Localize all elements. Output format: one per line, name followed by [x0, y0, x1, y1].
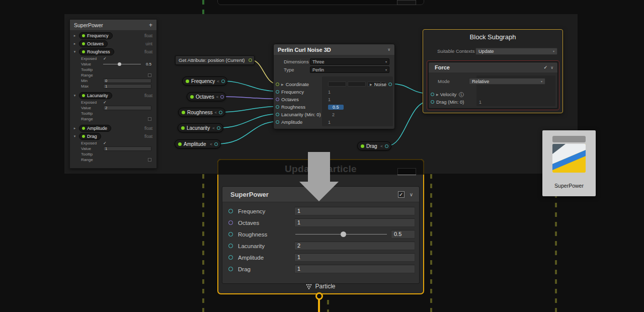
property-row-octaves[interactable]: ▸ Octaves uint	[70, 40, 156, 48]
fold-closed-icon[interactable]: ▸	[72, 34, 77, 38]
amplitude-field[interactable]: 1	[294, 253, 415, 262]
fold-open-icon[interactable]: ▾	[72, 94, 77, 98]
collapse-icon[interactable]: <	[217, 79, 219, 84]
get-attribute-node[interactable]: Get Attribute: position (Current)	[175, 55, 255, 65]
slider-handle[interactable]	[118, 62, 121, 66]
collapse-icon[interactable]: <	[215, 110, 217, 115]
slider-handle[interactable]	[341, 231, 346, 237]
output-port[interactable]	[217, 126, 220, 130]
expand-icon[interactable]: ▶	[281, 83, 284, 86]
input-port[interactable]	[276, 105, 279, 109]
chevron-down-icon[interactable]: ∨	[387, 47, 390, 52]
octaves-value[interactable]: 1	[328, 97, 331, 102]
property-row-lacunarity[interactable]: ▾ Lacunarity float	[70, 92, 156, 100]
param-node-lacunarity[interactable]: Lacunarity<	[178, 123, 223, 132]
output-port[interactable]	[214, 142, 218, 146]
param-node-roughness[interactable]: Roughness<	[178, 108, 225, 117]
property-row-frequency[interactable]: ▸ Frequency float	[70, 32, 156, 40]
chevron-down-icon[interactable]: ∨	[410, 192, 413, 197]
input-port[interactable]	[431, 100, 434, 104]
roughness-value[interactable]: 0.5	[328, 105, 344, 110]
property-pill[interactable]: Drag	[79, 133, 101, 140]
output-port[interactable]	[249, 58, 252, 62]
force-header[interactable]: Force ✓ ∨	[429, 62, 557, 72]
property-dot-icon	[82, 34, 85, 37]
collapse-icon[interactable]: <	[380, 144, 383, 148]
range-checkbox[interactable]	[148, 73, 151, 77]
tooltip-row: Tooltip	[70, 67, 156, 72]
input-port[interactable]	[228, 209, 233, 213]
fold-closed-icon[interactable]: ▸	[72, 42, 77, 46]
input-port[interactable]	[228, 232, 233, 237]
range-checkbox[interactable]	[148, 117, 151, 121]
param-node-octaves[interactable]: Octaves<	[187, 92, 226, 101]
collapse-icon[interactable]: <	[210, 142, 212, 146]
output-port[interactable]	[220, 95, 224, 99]
roughness-slider[interactable]	[294, 230, 388, 239]
subgraph-asset-card[interactable]: SuperPower	[542, 130, 596, 196]
check-icon[interactable]: ✓	[103, 56, 107, 61]
input-port[interactable]	[228, 255, 233, 260]
suitable-contexts-dropdown[interactable]: Update▾	[475, 48, 557, 55]
check-icon[interactable]: ✓	[103, 100, 107, 105]
input-port[interactable]	[276, 113, 279, 116]
lacunarity-value[interactable]: 2	[332, 112, 335, 117]
fold-open-icon[interactable]: ▾	[72, 50, 77, 54]
add-property-button[interactable]: +	[149, 22, 152, 29]
mode-dropdown[interactable]: Relative▾	[469, 78, 545, 85]
drag-field[interactable]: 1	[294, 265, 415, 273]
property-pill[interactable]: Roughness	[79, 48, 114, 55]
input-port[interactable]	[228, 267, 233, 271]
drag-value[interactable]: 1	[479, 100, 481, 105]
value-field[interactable]: 1	[103, 146, 151, 151]
block-subgraph-panel[interactable]: Block Subgraph Suitable Contexts Update▾…	[423, 29, 563, 113]
property-pill[interactable]: Octaves	[79, 40, 108, 47]
input-port[interactable]	[431, 93, 434, 96]
force-block[interactable]: Force ✓ ∨ Mode Relative▾ ▶ Velocity L	[428, 62, 558, 109]
param-node-amplitude[interactable]: Amplitude<	[175, 139, 221, 148]
check-icon[interactable]: ✓	[103, 141, 107, 145]
input-port[interactable]	[276, 90, 279, 94]
input-port[interactable]	[276, 120, 279, 124]
frequency-value[interactable]: 1	[328, 90, 331, 95]
lacunarity-field[interactable]: 2	[294, 242, 415, 250]
roughness-field[interactable]: 0.5	[391, 230, 415, 239]
max-field[interactable]: 1	[103, 84, 151, 89]
node-header[interactable]: Perlin Curl Noise 3D ∨	[274, 44, 394, 55]
property-row-drag[interactable]: ▾ Drag float	[70, 132, 156, 140]
min-field[interactable]: 0	[103, 79, 151, 83]
input-port[interactable]	[228, 244, 233, 248]
input-port[interactable]	[276, 98, 279, 101]
property-pill[interactable]: Amplitude	[79, 125, 111, 132]
collapse-icon[interactable]: <	[216, 95, 219, 99]
property-pill[interactable]: Frequency	[79, 32, 113, 39]
block-enabled-checkbox[interactable]: ✓	[398, 191, 405, 198]
context-flow-anchor[interactable]	[315, 292, 323, 300]
output-port[interactable]	[219, 111, 222, 114]
property-pill[interactable]: Lacunarity	[79, 92, 112, 99]
fold-closed-icon[interactable]: ▸	[72, 126, 77, 130]
dimensions-dropdown[interactable]: Three▾	[310, 58, 389, 65]
input-port[interactable]	[228, 220, 233, 225]
chevron-down-icon[interactable]: ∨	[550, 65, 553, 70]
param-node-frequency[interactable]: Frequency<	[182, 76, 227, 86]
frequency-field[interactable]: 1	[294, 207, 415, 215]
octaves-field[interactable]: 1	[294, 218, 415, 227]
property-row-amplitude[interactable]: ▸ Amplitude float	[70, 124, 156, 132]
property-row-roughness[interactable]: ▾ Roughness float	[70, 48, 156, 56]
output-port[interactable]	[388, 83, 392, 86]
amplitude-value[interactable]: 1	[328, 120, 331, 125]
type-dropdown[interactable]: Perlin▾	[310, 66, 389, 73]
param-node-drag[interactable]: Drag<	[357, 141, 391, 150]
output-port[interactable]	[221, 80, 225, 83]
input-port[interactable]	[276, 83, 279, 86]
force-enabled-checkbox[interactable]: ✓	[544, 65, 548, 70]
range-checkbox[interactable]	[148, 158, 151, 162]
collapse-icon[interactable]: <	[212, 126, 215, 130]
perlin-curl-noise-node[interactable]: Perlin Curl Noise 3D ∨ Dimensions Three▾…	[273, 44, 395, 129]
fold-open-icon[interactable]: ▾	[72, 134, 77, 138]
value-slider[interactable]	[103, 62, 142, 66]
output-port[interactable]	[385, 144, 388, 148]
expand-icon[interactable]: ▶	[436, 93, 439, 96]
value-field[interactable]: 2	[103, 106, 151, 110]
